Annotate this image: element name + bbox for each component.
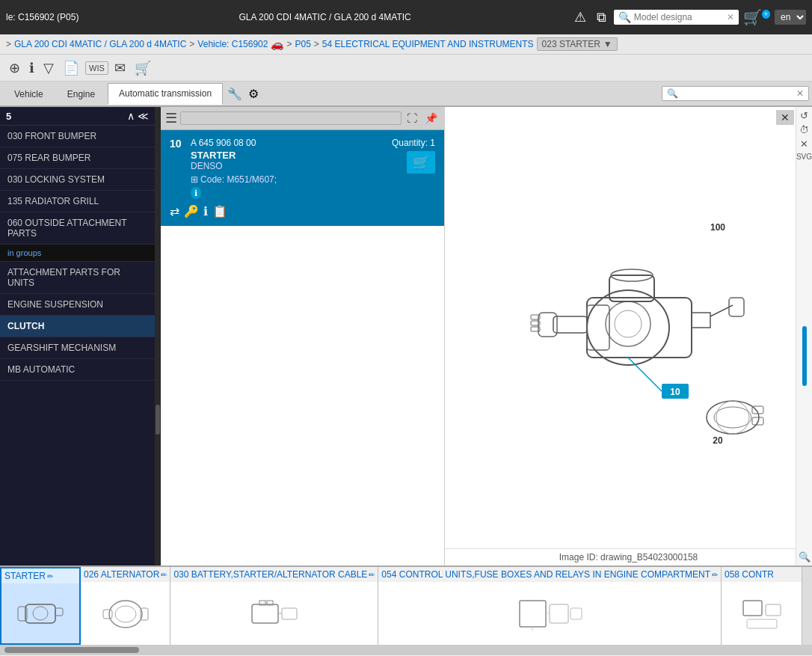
quantity-row: Quantity: 1 <box>392 138 435 148</box>
sidebar-item-gearshift[interactable]: GEARSHIFT MECHANISM <box>0 337 155 359</box>
tab-search-container: 🔍 ✕ <box>662 86 809 101</box>
sidebar-scrollbar[interactable] <box>155 107 161 565</box>
thumb-label-control: 054 CONTROL UNITS,FUSE BOXES AND RELAYS … <box>378 567 721 582</box>
part-drawing-svg: 100 <box>464 208 778 447</box>
parts-item: 10 A 645 906 08 00 STARTER DENSO ⊞ Code:… <box>161 130 444 226</box>
thumb-edit-icon-3: ✏ <box>369 571 375 579</box>
sidebar-item-clutch[interactable]: CLUTCH <box>0 316 155 337</box>
sidebar-item-radiator-grill[interactable]: 135 RADIATOR GRILL <box>0 191 155 212</box>
tab-automatic-transmission[interactable]: Automatic transmission <box>108 83 223 105</box>
svg-icon-btn[interactable]: SVG <box>796 153 812 161</box>
wis-btn[interactable]: WIS <box>85 61 108 75</box>
svg-rect-7 <box>103 610 112 619</box>
sidebar-item-attachment-parts[interactable]: ATTACHMENT PARTS FOR UNITS <box>0 262 155 294</box>
tab-search-input[interactable] <box>681 88 793 99</box>
parts-panel: ☰ ⛶ 📌 10 A 645 906 08 00 STARTER DENSO ⊞… <box>161 107 445 565</box>
info-btn[interactable]: ℹ <box>26 58 37 78</box>
add-to-cart-button[interactable]: 🛒 <box>407 151 435 174</box>
breadcrumb-electrical[interactable]: 54 ELECTRICAL EQUIPMENT AND INSTRUMENTS <box>322 39 534 49</box>
part-extra-icon: ℹ <box>191 188 386 198</box>
tab-search-clear-icon[interactable]: ✕ <box>796 88 804 99</box>
breadcrumb-vehicle[interactable]: GLA 200 CDI 4MATIC / GLA 200 d 4MATIC <box>14 39 186 49</box>
thumbnail-scroll-thumb <box>4 647 139 653</box>
sidebar-item-locking-system[interactable]: 030 LOCKING SYSTEM <box>0 169 155 191</box>
sidebar-collapse-btn[interactable]: ∧ <box>127 110 135 122</box>
parts-search-input[interactable] <box>180 111 402 125</box>
sidebar-minimize-btn[interactable]: ≪ <box>138 110 149 122</box>
document-action-btn[interactable]: 📋 <box>212 204 227 218</box>
pinion-shaft <box>553 316 587 333</box>
thumb-img-starter <box>1 583 79 643</box>
history-icon-btn[interactable]: ⏱ <box>799 124 809 135</box>
image-container: 100 <box>445 107 796 548</box>
sidebar-item-rear-bumper[interactable]: 075 REAR BUMPER <box>0 147 155 169</box>
parts-item-actions: ⇄ 🔑 ℹ 📋 <box>170 204 435 218</box>
part-name: STARTER <box>191 150 386 161</box>
detail-btn[interactable]: ℹ <box>203 204 208 218</box>
toolbar-cart-btn[interactable]: 🛒 <box>132 58 154 78</box>
sidebar-item-front-bumper[interactable]: 030 FRONT BUMPER <box>0 126 155 147</box>
thumbnail-control-units[interactable]: 054 CONTROL UNITS,FUSE BOXES AND RELAYS … <box>378 567 722 645</box>
tab-engine[interactable]: Engine <box>56 84 106 104</box>
clear-search-icon[interactable]: ✕ <box>727 12 734 22</box>
svg-rect-20 <box>747 619 777 628</box>
part-label-10: 10 <box>670 387 680 397</box>
parts-fullscreen-btn[interactable]: ⛶ <box>405 111 419 125</box>
gear-icon[interactable]: ⚙ <box>245 87 262 101</box>
sidebar-item-mb-automatic[interactable]: MB AUTOMATIC <box>0 359 155 381</box>
zoom-out-icon-btn[interactable]: 🔍 <box>799 551 811 562</box>
thumb-label-battery: 030 BATTERY,STARTER/ALTERNATOR CABLE ✏ <box>170 567 378 582</box>
breadcrumb: > GLA 200 CDI 4MATIC / GLA 200 d 4MATIC … <box>0 34 812 55</box>
copy-btn[interactable]: ⧉ <box>594 8 609 27</box>
thumbnail-battery[interactable]: 030 BATTERY,STARTER/ALTERNATOR CABLE ✏ <box>170 567 378 645</box>
zoom-in-btn[interactable]: ⊕ <box>6 58 23 78</box>
sidebar: 5 ∧ ≪ 030 FRONT BUMPER 075 REAR BUMPER 0… <box>0 107 155 565</box>
thumbnail-alternator[interactable]: 026 ALTERNATOR ✏ <box>81 567 170 645</box>
part-label-20: 20 <box>713 435 723 446</box>
image-caption: Image ID: drawing_B54023000158 <box>445 548 812 565</box>
sidebar-scroll-thumb <box>156 405 160 435</box>
thumb-edit-icon: ✏ <box>47 572 53 580</box>
svg-point-4 <box>109 601 142 628</box>
grid-icon: ⊞ <box>191 174 198 185</box>
compare-btn[interactable]: ⇄ <box>170 204 179 218</box>
vehicle-icon: 🚗 <box>271 38 283 50</box>
thumbnail-starter[interactable]: STARTER ✏ <box>0 567 81 645</box>
part-brand: DENSO <box>191 161 386 171</box>
filter-btn[interactable]: ▽ <box>40 58 57 78</box>
breadcrumb-p05[interactable]: P05 <box>295 39 310 49</box>
panel-list-icon[interactable]: ☰ <box>165 110 177 126</box>
thumb-edit-icon-4: ✏ <box>712 571 718 579</box>
language-select[interactable]: en de fr <box>775 10 806 25</box>
model-search-input[interactable] <box>634 12 724 22</box>
refresh-icon-btn[interactable]: ↺ <box>800 110 808 121</box>
image-side-tools: ↺ ⏱ ✕ SVG 🔍 <box>796 107 812 565</box>
close-icon-btn[interactable]: ✕ <box>800 138 808 150</box>
starter-dropdown[interactable]: 023 STARTER ▼ <box>537 37 618 51</box>
top-bar-vehicle: GLA 200 CDI 4MATIC / GLA 200 d 4MATIC <box>84 12 565 22</box>
parts-pin-btn[interactable]: 📌 <box>422 111 440 125</box>
cart-button[interactable]: 🛒+ <box>743 8 770 26</box>
image-close-button[interactable]: ✕ <box>776 110 794 125</box>
warning-btn[interactable]: ⚠ <box>571 7 589 27</box>
thumb-svg-058 <box>736 593 788 634</box>
terminal-end <box>729 298 744 316</box>
sidebar-header: 5 ∧ ≪ <box>0 107 155 126</box>
sidebar-item-engine-suspension[interactable]: ENGINE SUSPENSION <box>0 294 155 316</box>
top-bar: le: C156902 (P05) GLA 200 CDI 4MATIC / G… <box>0 0 812 34</box>
tab-vehicle[interactable]: Vehicle <box>3 84 55 104</box>
starter-rect <box>587 298 692 358</box>
thumbnail-scrollbar[interactable] <box>0 645 812 655</box>
starter-inner <box>606 301 650 346</box>
document-btn[interactable]: 📄 <box>60 58 82 78</box>
svg-rect-15 <box>570 608 582 619</box>
svg-rect-18 <box>743 601 762 616</box>
wrench-icon[interactable]: 🔧 <box>224 87 245 101</box>
tab-bar: Vehicle Engine Automatic transmission 🔧 … <box>0 82 812 107</box>
breadcrumb-vehicle-code[interactable]: Vehicle: C156902 <box>197 39 268 49</box>
sidebar-item-outside-attachment[interactable]: 060 OUTSIDE ATTACHMENT PARTS <box>0 212 155 245</box>
thumbnail-058[interactable]: 058 CONTR <box>722 567 802 645</box>
mail-btn[interactable]: ✉ <box>111 58 129 78</box>
key-btn[interactable]: 🔑 <box>184 204 199 218</box>
part-code: ⊞ Code: M651/M607; <box>191 174 386 185</box>
